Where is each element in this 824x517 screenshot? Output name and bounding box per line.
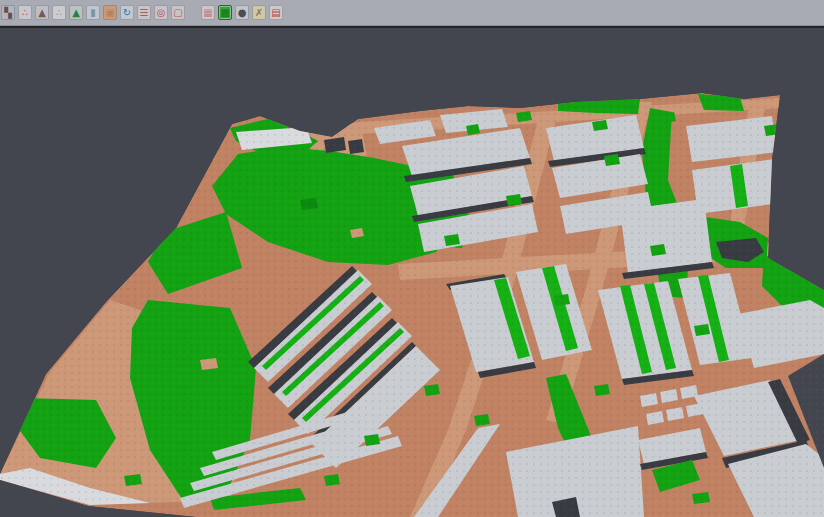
layers-icon[interactable]: ☰ (137, 5, 151, 20)
target-icon[interactable]: ◎ (154, 5, 168, 20)
point-cloud-scene (0, 0, 824, 517)
selection-box-icon[interactable]: ▢ (171, 5, 185, 20)
model-block-icon[interactable]: ▚ (1, 5, 15, 20)
3d-viewport[interactable] (0, 0, 824, 517)
toolbar-separator (188, 4, 198, 22)
measure-bars-icon[interactable]: ▤ (269, 5, 283, 20)
orthophoto-icon[interactable]: ▣ (103, 5, 117, 20)
terrain-hill-icon[interactable]: ▲ (69, 5, 83, 20)
sparse-cloud-icon[interactable]: ∴ (52, 5, 66, 20)
mesh-cross-icon[interactable]: ✗ (252, 5, 266, 20)
grid-icon[interactable]: ▦ (201, 5, 215, 20)
column-icon[interactable]: ▮ (86, 5, 100, 20)
sphere-icon[interactable]: ● (235, 5, 249, 20)
classification-icon[interactable]: ▩ (218, 5, 232, 20)
dem-mountain-icon[interactable]: ▲ (35, 5, 49, 20)
toolbar: ▚∴▲∴▲▮▣↻☰◎▢▦▩●✗▤ (0, 0, 824, 26)
globe-sync-icon[interactable]: ↻ (120, 5, 134, 20)
tie-points-icon[interactable]: ∴ (18, 5, 32, 20)
app-window: ▚∴▲∴▲▮▣↻☰◎▢▦▩●✗▤ (0, 0, 824, 517)
